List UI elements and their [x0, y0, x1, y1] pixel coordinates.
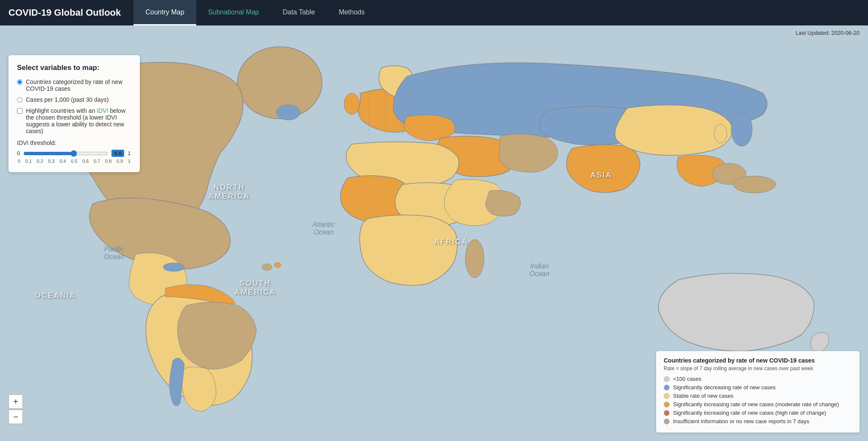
svg-point-2: [276, 105, 300, 120]
slider-max-label: 1: [128, 150, 131, 156]
svg-point-14: [274, 262, 281, 268]
tab-methods[interactable]: Methods: [327, 0, 376, 25]
svg-point-3: [163, 263, 184, 271]
slider-min-label: 0: [17, 150, 20, 156]
legend-subtitle: Rate = slope of 7 day rolling average in…: [664, 366, 852, 371]
radio-cases-input[interactable]: [17, 97, 22, 103]
header: COVID-19 Global Outlook Country Map Subn…: [0, 0, 868, 25]
legend-items: <100 casesSignificantly decreasing rate …: [664, 376, 852, 424]
idvi-link[interactable]: IDVI: [97, 107, 108, 114]
slider-ticks: 00.10.20.30.40.50.60.70.80.91: [17, 159, 131, 164]
control-panel: Select variables to map: Countries categ…: [8, 55, 140, 172]
checkbox-idvi-label: Highlight countries with an IDVI below t…: [26, 107, 131, 134]
zoom-in-button[interactable]: +: [8, 394, 23, 409]
legend-item: Stable rate of new cases: [664, 393, 852, 399]
checkbox-idvi-input[interactable]: [17, 108, 22, 114]
radio-cases-label: Cases per 1,000 (past 30 days): [26, 96, 108, 103]
tab-country-map[interactable]: Country Map: [134, 0, 196, 25]
legend-item: Significantly increasing rate of new cas…: [664, 401, 852, 408]
radio-option-rate[interactable]: Countries categorized by rate of new COV…: [17, 78, 131, 92]
app-title: COVID-19 Global Outlook: [8, 7, 134, 18]
last-updated: Last Updated: 2020-06-20: [796, 30, 860, 36]
zoom-controls: + −: [8, 394, 23, 424]
legend-item: Insufficient information or no new case …: [664, 418, 852, 424]
map-container: Last Updated: 2020-06-20 NORTHAMERICA SO…: [0, 25, 868, 441]
radio-option-cases[interactable]: Cases per 1,000 (past 30 days): [17, 96, 131, 103]
radio-rate-label: Countries categorized by rate of new COV…: [26, 78, 131, 92]
svg-point-4: [344, 93, 359, 114]
legend-item: Significantly increasing rate of new cas…: [664, 410, 852, 416]
tab-data-table[interactable]: Data Table: [271, 0, 327, 25]
svg-point-13: [262, 264, 272, 271]
legend-item: Significantly decreasing rate of new cas…: [664, 384, 852, 391]
legend-title: Countries categorized by rate of new COV…: [664, 357, 852, 364]
slider-value-badge: 0.6: [111, 150, 124, 157]
tab-subnational-map[interactable]: Subnational Map: [196, 0, 271, 25]
idvi-threshold-label: IDVI threshold:: [17, 140, 131, 146]
svg-point-6: [733, 176, 776, 193]
idvi-slider[interactable]: [23, 150, 108, 157]
slider-row: 0 0.6 1: [17, 150, 131, 157]
radio-rate-input[interactable]: [17, 79, 22, 85]
svg-point-9: [465, 240, 484, 278]
controls-title: Select variables to map:: [17, 64, 131, 72]
svg-point-7: [731, 112, 752, 146]
legend: Countries categorized by rate of new COV…: [656, 351, 860, 433]
checkbox-option-idvi[interactable]: Highlight countries with an IDVI below t…: [17, 107, 131, 134]
svg-point-8: [714, 124, 727, 143]
legend-item: <100 cases: [664, 376, 852, 382]
zoom-out-button[interactable]: −: [8, 410, 23, 424]
